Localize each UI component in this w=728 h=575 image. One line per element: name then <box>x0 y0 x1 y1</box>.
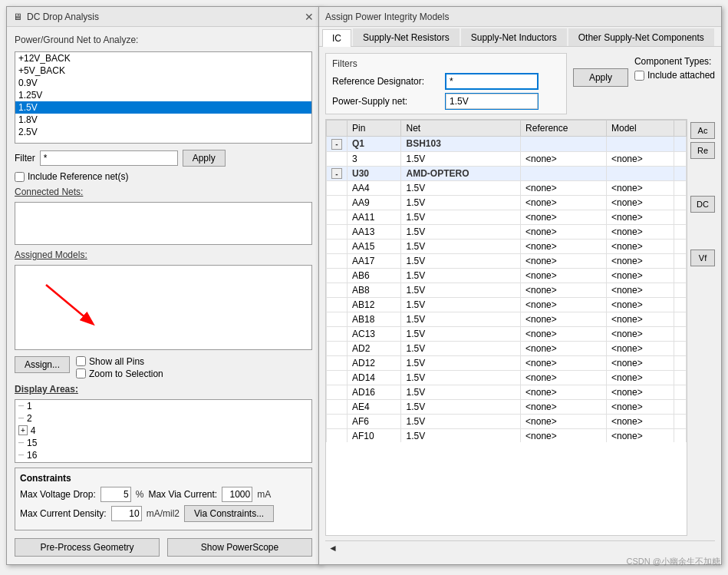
pre-process-button[interactable]: Pre-Process Geometry <box>15 538 160 557</box>
filters-group: Filters Reference Designator: Power-Supp… <box>325 53 567 114</box>
filter-input[interactable] <box>40 150 178 166</box>
col-reference-header[interactable]: Reference <box>521 121 607 137</box>
area-15[interactable]: ─15 <box>15 437 311 449</box>
col-scroll-header <box>674 121 687 137</box>
collapse-u30-button[interactable]: - <box>331 168 342 179</box>
table-row[interactable]: - U30 AMD-OPTERO <box>327 166 687 181</box>
scroll-bar[interactable]: ◄ <box>325 540 715 555</box>
table-row[interactable]: AD121.5V<none><none> <box>327 356 687 371</box>
col-pin-header[interactable]: Pin <box>348 121 401 137</box>
dot-icon: ─ <box>18 414 24 422</box>
filter-apply-button[interactable]: Apply <box>183 150 226 167</box>
max-voltage-drop-label: Max Voltage Drop: <box>20 489 96 500</box>
table-row[interactable]: 3 1.5V <none> <none> <box>327 151 687 166</box>
vf-button[interactable]: Vf <box>690 249 715 266</box>
table-row[interactable]: AA151.5V<none><none> <box>327 240 687 254</box>
svg-line-1 <box>46 285 92 323</box>
table-row[interactable]: AC131.5V<none><none> <box>327 327 687 342</box>
col-net-header[interactable]: Net <box>401 121 521 137</box>
tab-supply-net-resistors[interactable]: Supply-Net Resistors <box>353 28 460 46</box>
table-row[interactable]: AD141.5V<none><none> <box>327 371 687 385</box>
col-model-header[interactable]: Model <box>607 121 674 137</box>
dc-drop-title-text: DC Drop Analysis <box>27 12 99 22</box>
table-row[interactable]: AF101.5V<none><none> <box>327 429 687 443</box>
table-row[interactable]: AB181.5V<none><none> <box>327 312 687 327</box>
include-attached-checkbox[interactable] <box>634 71 644 81</box>
net-item-5v[interactable]: +5V_BACK <box>15 64 311 77</box>
api-apply-button[interactable]: Apply <box>573 68 628 87</box>
table-scroll-area[interactable]: Pin Net Reference Model - Q1 <box>326 120 687 442</box>
net-item-09v[interactable]: 0.9V <box>15 77 311 89</box>
table-row[interactable]: AE41.5V<none><none> <box>327 400 687 415</box>
expand-icon[interactable]: + <box>18 425 28 435</box>
dot-icon: ─ <box>18 438 24 447</box>
show-powerscope-button[interactable]: Show PowerScope <box>167 538 312 557</box>
api-title-text: Assign Power Integrity Models <box>325 12 449 22</box>
dc-drop-title: 🖥 DC Drop Analysis <box>13 12 99 22</box>
dot-icon: ─ <box>18 402 24 410</box>
net-list[interactable]: +12V_BACK +5V_BACK 0.9V 1.25V 1.5V 1.8V … <box>15 51 312 144</box>
u30-ref: AMD-OPTERO <box>401 166 521 181</box>
re-button[interactable]: Re <box>690 142 715 159</box>
net-item-18v[interactable]: 1.8V <box>15 114 311 126</box>
table-row[interactable]: AB121.5V<none><none> <box>327 298 687 312</box>
tab-other-supply-net[interactable]: Other Supply-Net Components <box>568 28 714 46</box>
net-item-25v[interactable]: 2.5V <box>15 126 311 138</box>
tab-supply-net-inductors[interactable]: Supply-Net Inductors <box>461 28 567 46</box>
api-content: Filters Reference Designator: Power-Supp… <box>319 47 721 561</box>
filters-title: Filters <box>332 58 560 69</box>
assign-button[interactable]: Assign... <box>15 356 70 373</box>
table-row[interactable]: AB61.5V<none><none> <box>327 269 687 283</box>
api-titlebar: Assign Power Integrity Models <box>319 7 721 27</box>
net-item-15v[interactable]: 1.5V <box>15 101 311 114</box>
table-row[interactable]: AB81.5V<none><none> <box>327 283 687 298</box>
power-supply-net-label: Power-Supply net: <box>332 96 440 107</box>
table-row[interactable]: - Q1 BSH103 <box>327 137 687 152</box>
table-row[interactable]: AA41.5V<none><none> <box>327 181 687 196</box>
area-4[interactable]: + 4 <box>15 425 311 437</box>
display-areas-box[interactable]: ─1 ─2 + 4 ─15 ─16 <box>15 399 312 463</box>
table-row[interactable]: AD161.5V<none><none> <box>327 385 687 400</box>
tab-ic[interactable]: IC <box>322 29 351 47</box>
table-row[interactable]: AA111.5V<none><none> <box>327 210 687 225</box>
dc-drop-window: 🖥 DC Drop Analysis ✕ Power/Ground Net to… <box>6 6 321 565</box>
table-row[interactable]: AD21.5V<none><none> <box>327 342 687 356</box>
net-item-12v[interactable]: +12V_BACK <box>15 52 311 64</box>
tabs-bar: IC Supply-Net Resistors Supply-Net Induc… <box>319 27 721 47</box>
col-toggle-header <box>327 121 348 137</box>
table-row[interactable]: AA91.5V<none><none> <box>327 196 687 210</box>
ac-button[interactable]: Ac <box>690 122 715 139</box>
power-supply-net-input[interactable] <box>446 94 538 109</box>
table-row[interactable]: AF61.5V<none><none> <box>327 415 687 429</box>
area-1[interactable]: ─1 <box>15 400 311 412</box>
ref-designator-input[interactable] <box>446 74 538 89</box>
area-16[interactable]: ─16 <box>15 449 311 461</box>
max-via-current-input[interactable] <box>222 487 252 502</box>
connected-nets-box <box>15 202 312 245</box>
dc-drop-close-button[interactable]: ✕ <box>305 12 314 22</box>
side-buttons: Ac Re DC Vf <box>690 119 715 536</box>
via-constraints-button[interactable]: Via Constraints... <box>184 505 274 522</box>
dc-drop-content: Power/Ground Net to Analyze: +12V_BACK +… <box>7 27 320 564</box>
area-2[interactable]: ─2 <box>15 412 311 425</box>
filters-rows: Reference Designator: Power-Supply net: <box>332 74 560 109</box>
table-row[interactable]: AA171.5V<none><none> <box>327 254 687 269</box>
zoom-to-selection-checkbox[interactable] <box>76 368 86 378</box>
main-table-container: Pin Net Reference Model - Q1 <box>325 119 687 536</box>
include-ref-row: Include Reference net(s) <box>15 171 312 182</box>
dot-icon: ─ <box>18 451 24 459</box>
scroll-left-icon[interactable]: ◄ <box>328 543 338 554</box>
table-row[interactable]: AA131.5V<none><none> <box>327 225 687 240</box>
show-all-pins-checkbox[interactable] <box>76 356 86 366</box>
net-item-125v[interactable]: 1.25V <box>15 89 311 101</box>
include-ref-label: Include Reference net(s) <box>28 171 128 182</box>
include-ref-checkbox[interactable] <box>15 172 25 182</box>
api-window: Assign Power Integrity Models IC Supply-… <box>318 6 722 565</box>
max-current-density-input[interactable] <box>111 506 142 521</box>
power-supply-net-row: Power-Supply net: <box>332 94 560 109</box>
dc-button[interactable]: DC <box>690 196 715 213</box>
window-icon: 🖥 <box>13 12 22 22</box>
q1-ref: BSH103 <box>401 137 521 152</box>
collapse-q1-button[interactable]: - <box>331 139 342 150</box>
max-voltage-drop-input[interactable] <box>100 487 131 502</box>
